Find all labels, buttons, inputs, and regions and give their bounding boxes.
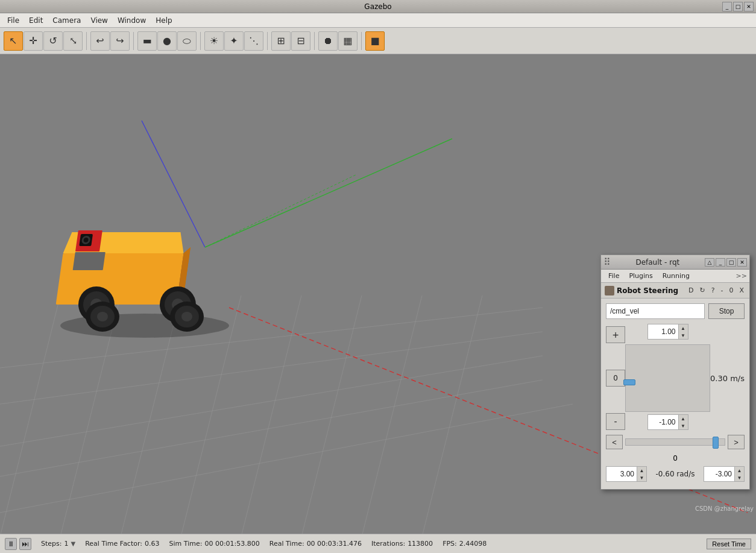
separator-6 [361, 32, 362, 50]
box-btn[interactable]: ▬ [137, 31, 157, 51]
select-tool-btn[interactable]: ↖ [4, 31, 23, 51]
snap1-btn[interactable]: ⊞ [271, 31, 291, 51]
spin-angular-up[interactable]: ▲ [734, 467, 744, 474]
menubar: File Edit Camera View Window Help [0, 13, 756, 28]
rtf-item: Real Time Factor: 0.63 [85, 540, 159, 548]
spin-linear-input[interactable] [606, 467, 637, 481]
separator-1 [86, 32, 87, 50]
svg-point-39 [181, 312, 192, 321]
linear-max-down[interactable]: ▼ [678, 332, 688, 339]
linear-slider-thumb[interactable] [623, 379, 635, 385]
angular-right-btn[interactable]: > [728, 435, 745, 449]
angular-slider-track[interactable] [625, 438, 725, 446]
linear-max-row: ▲ ▼ [647, 324, 688, 340]
plugin-minus-btn[interactable]: - [719, 286, 725, 295]
plugin-d-btn[interactable]: D [687, 286, 695, 295]
undo-redo: ↩ ↪ [90, 31, 130, 51]
window-controls[interactable]: _ □ ✕ [722, 2, 754, 11]
snap2-btn[interactable]: ⊟ [291, 31, 310, 51]
angular-zero-display: 0 [660, 454, 690, 463]
spin-angular-down[interactable]: ▼ [734, 474, 744, 481]
realtime-label: Real Time: [269, 540, 304, 548]
menu-edit[interactable]: Edit [24, 15, 48, 26]
pause-btn[interactable]: ⏸ [5, 538, 17, 550]
dir-light-btn[interactable]: ⋱ [244, 31, 263, 51]
steps-item: Steps: 1 ▼ [41, 540, 75, 548]
linear-min-down[interactable]: ▼ [678, 422, 688, 429]
linear-track-wrapper [625, 342, 710, 414]
spin-linear-arrows: ▲ ▼ [637, 467, 646, 481]
rqt-menu-file[interactable]: File [603, 271, 624, 281]
redo-btn[interactable]: ↪ [110, 31, 130, 51]
close-btn[interactable]: ✕ [744, 2, 754, 11]
fps-value: 2.44098 [459, 540, 487, 548]
menu-file[interactable]: File [2, 15, 24, 26]
orange-btn[interactable]: ■ [365, 31, 385, 51]
linear-min-input[interactable] [648, 415, 678, 429]
iterations-label: Iterations: [371, 540, 405, 548]
rqt-menu-plugins[interactable]: Plugins [624, 271, 657, 281]
sphere-btn[interactable]: ● [157, 31, 177, 51]
sun-btn[interactable]: ☀ [204, 31, 224, 51]
snap-tools: ⊞ ⊟ [271, 31, 310, 51]
point-light-btn[interactable]: ✦ [224, 31, 244, 51]
steps-dropdown[interactable]: ▼ [71, 540, 75, 547]
rqt-win-close[interactable]: ✕ [737, 258, 747, 267]
simtime-item: Sim Time: 00 00:01:53.800 [169, 540, 260, 548]
linear-min-input-wrap: ▲ ▼ [647, 414, 688, 430]
step-btn[interactable]: ⏭ [19, 538, 31, 550]
maximize-btn[interactable]: □ [733, 2, 743, 11]
simtime-label: Sim Time: [169, 540, 203, 548]
stop-btn[interactable]: Stop [708, 303, 745, 319]
rqt-window-controls: △ _ □ ✕ [705, 258, 747, 267]
menu-camera[interactable]: Camera [48, 15, 86, 26]
separator-4 [267, 32, 268, 50]
iterations-value: 113800 [408, 540, 433, 548]
linear-zero-btn[interactable]: 0 [606, 370, 625, 387]
angular-zero-row: 0 [606, 454, 745, 463]
rqt-win-max[interactable]: □ [726, 258, 736, 267]
rqt-menu-more[interactable]: >> [736, 272, 747, 280]
linear-min-up[interactable]: ▲ [678, 415, 688, 422]
plugin-zero-btn[interactable]: 0 [727, 286, 735, 295]
plugin-icon [605, 286, 614, 295]
linear-minus-btn[interactable]: - [606, 413, 625, 430]
plugin-refresh-btn[interactable]: ↻ [698, 286, 707, 295]
slider-center: ▲ ▼ ▲ [625, 324, 710, 432]
minimize-btn[interactable]: _ [722, 2, 732, 11]
topic-input[interactable] [606, 303, 705, 319]
linear-slider-track[interactable] [625, 344, 710, 412]
reset-time-btn[interactable]: Reset Time [707, 539, 751, 549]
rqt-panel: ⠿ Default - rqt △ _ □ ✕ File Plugins Run… [600, 254, 750, 490]
scale-tool-btn[interactable]: ⤡ [63, 31, 83, 51]
cylinder-btn[interactable]: ⬭ [177, 31, 197, 51]
rqt-win-up[interactable]: △ [705, 258, 714, 267]
rqt-menu-running[interactable]: Running [658, 271, 695, 281]
plugin-close-btn[interactable]: X [737, 286, 746, 295]
menu-view[interactable]: View [86, 15, 112, 26]
linear-max-up[interactable]: ▲ [678, 324, 688, 332]
plugin-help-btn[interactable]: ? [710, 286, 717, 295]
spin-linear-down[interactable]: ▼ [637, 474, 646, 481]
spin-angular-input[interactable] [704, 467, 734, 481]
linear-max-input[interactable] [648, 324, 678, 339]
translate-tool-btn[interactable]: ✛ [24, 31, 43, 51]
bottom-spin-row: ▲ ▼ -0.60 rad/s ▲ ▼ [606, 466, 745, 482]
undo-btn[interactable]: ↩ [90, 31, 110, 51]
select-tools: ↖ ✛ ↺ ⤡ [4, 31, 83, 51]
menu-window[interactable]: Window [113, 15, 151, 26]
rqt-drag-handle[interactable]: ⠿ [603, 256, 611, 268]
plugin-title: Robot Steering [617, 286, 678, 295]
angular-left-btn[interactable]: < [606, 435, 623, 449]
record-btn[interactable]: ⏺ [318, 31, 338, 51]
rqt-win-min[interactable]: _ [716, 258, 725, 267]
menu-help[interactable]: Help [151, 15, 177, 26]
linear-plus-btn[interactable]: + [606, 326, 625, 343]
svg-rect-27 [73, 252, 106, 270]
angular-slider-thumb[interactable] [713, 437, 719, 449]
save-btn[interactable]: ▦ [338, 31, 358, 51]
spin-linear-up[interactable]: ▲ [637, 467, 646, 474]
rotate-tool-btn[interactable]: ↺ [43, 31, 63, 51]
robot-model [36, 187, 229, 344]
watermark: CSDN @zhangrelay [695, 505, 754, 512]
